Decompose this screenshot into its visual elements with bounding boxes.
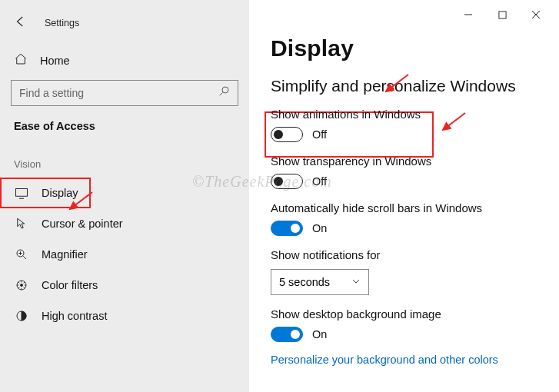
home-icon xyxy=(14,52,28,69)
sidebar-item-label: Color filters xyxy=(42,279,98,291)
toggle-state-text: On xyxy=(312,222,327,234)
setting-notifications: Show notifications for 5 seconds xyxy=(271,248,559,295)
back-button[interactable] xyxy=(14,15,28,32)
chevron-down-icon xyxy=(351,276,361,288)
svg-point-4 xyxy=(21,284,23,287)
sidebar: Settings Home Ease of Access Vision Disp… xyxy=(0,0,249,392)
sidebar-home[interactable]: Home xyxy=(0,46,249,75)
svg-rect-6 xyxy=(498,11,505,18)
sidebar-item-label: High contrast xyxy=(42,310,107,322)
sidebar-item-label: Display xyxy=(42,187,78,199)
sidebar-item-color-filters[interactable]: Color filters xyxy=(0,270,249,301)
sidebar-item-label: Cursor & pointer xyxy=(42,218,123,230)
high-contrast-icon xyxy=(14,309,29,323)
toggle-scrollbars[interactable] xyxy=(271,221,303,236)
personalize-link[interactable]: Personalize your background and other co… xyxy=(271,354,498,366)
toggle-background[interactable] xyxy=(271,327,303,342)
dropdown-value: 5 seconds xyxy=(279,276,330,288)
toggle-state-text: Off xyxy=(312,175,327,188)
setting-animations: Show animations in Windows Off xyxy=(271,108,559,142)
content-area: Display Simplify and personalize Windows… xyxy=(249,0,559,392)
search-input[interactable] xyxy=(19,87,218,99)
setting-transparency: Show transparency in Windows Off xyxy=(271,154,559,189)
toggle-animations[interactable] xyxy=(271,127,303,142)
svg-rect-1 xyxy=(16,188,28,196)
group-title-vision: Vision xyxy=(0,132,249,178)
sidebar-item-cursor-pointer[interactable]: Cursor & pointer xyxy=(0,208,249,239)
setting-label: Show desktop background image xyxy=(271,307,559,321)
section-title: Simplify and personalize Windows xyxy=(271,77,559,95)
setting-label: Show animations in Windows xyxy=(271,108,559,121)
sidebar-item-high-contrast[interactable]: High contrast xyxy=(0,301,249,331)
sidebar-item-label: Magnifier xyxy=(42,248,88,261)
search-input-container[interactable] xyxy=(11,80,238,106)
cursor-icon xyxy=(14,217,29,231)
app-title: Settings xyxy=(45,18,79,28)
svg-point-0 xyxy=(222,87,228,93)
sidebar-home-label: Home xyxy=(40,55,70,67)
sidebar-item-magnifier[interactable]: Magnifier xyxy=(0,239,249,270)
notifications-duration-dropdown[interactable]: 5 seconds xyxy=(271,269,369,295)
toggle-transparency[interactable] xyxy=(271,174,303,189)
minimize-button[interactable] xyxy=(451,3,485,26)
magnifier-icon xyxy=(14,247,29,261)
display-icon xyxy=(14,188,29,199)
setting-scrollbars: Automatically hide scroll bars in Window… xyxy=(271,201,559,236)
setting-label: Automatically hide scroll bars in Window… xyxy=(271,201,559,214)
toggle-state-text: On xyxy=(312,328,327,341)
setting-background: Show desktop background image On xyxy=(271,307,559,342)
search-icon xyxy=(218,85,230,101)
close-button[interactable] xyxy=(519,3,553,26)
toggle-state-text: Off xyxy=(312,128,327,141)
category-title: Ease of Access xyxy=(0,106,249,132)
sidebar-item-display[interactable]: Display xyxy=(0,178,249,208)
color-filters-icon xyxy=(14,278,29,292)
maximize-button[interactable] xyxy=(485,3,519,26)
setting-label: Show notifications for xyxy=(271,248,559,261)
